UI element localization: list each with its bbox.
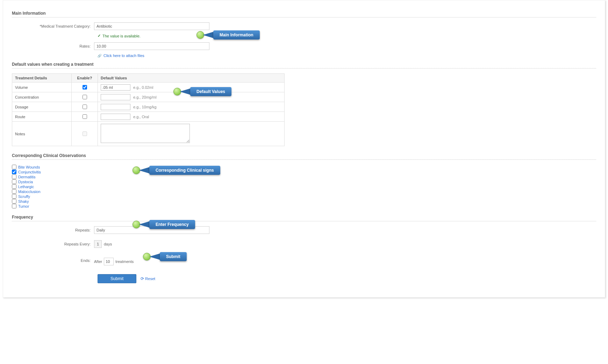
hint-text: e.g., 10mg/kg: [133, 105, 157, 109]
observation-checkbox[interactable]: [12, 204, 16, 208]
default-value-input[interactable]: [101, 94, 130, 100]
refresh-icon: [141, 276, 144, 281]
observation-checkbox[interactable]: [12, 194, 16, 199]
notes-textarea[interactable]: [101, 124, 190, 143]
observation-link[interactable]: Scruffy: [18, 194, 30, 199]
observation-link[interactable]: Shaky: [18, 199, 29, 204]
th-details: Treatment Details: [12, 74, 72, 83]
section-title-defaults: Default values when creating a treatment: [12, 62, 596, 67]
observation-link[interactable]: Lethargic: [18, 185, 34, 189]
observation-link[interactable]: Bite Wounds: [18, 165, 40, 169]
ends-prefix: After: [94, 259, 102, 264]
observation-item: Lethargic: [12, 184, 596, 189]
repeats-every-label: Repeats Every:: [12, 242, 94, 246]
section-title-frequency: Frequency: [12, 215, 596, 220]
observation-item: Shaky: [12, 199, 596, 204]
category-label: *Medical Treatment Category:: [12, 24, 94, 28]
observation-checkbox[interactable]: [12, 179, 16, 184]
detail-label: Dosage: [12, 102, 72, 112]
observation-checkbox[interactable]: [12, 170, 16, 174]
table-row-notes: Notes: [12, 122, 285, 146]
ends-value-input[interactable]: [104, 258, 114, 265]
category-input[interactable]: [94, 22, 209, 30]
observation-item: Scruffy: [12, 194, 596, 199]
submit-button[interactable]: Submit: [98, 274, 136, 283]
check-icon: [98, 34, 101, 38]
hint-text: e.g., 0.02ml: [133, 85, 153, 90]
observation-item: Dermatitis: [12, 174, 596, 179]
enable-checkbox[interactable]: [83, 95, 87, 99]
section-title-main: Main Information: [12, 11, 596, 16]
detail-label: Volume: [12, 83, 72, 92]
table-row: Dosagee.g., 10mg/kg: [12, 102, 285, 112]
rates-label: Rates:: [12, 44, 94, 48]
reset-label: Reset: [145, 277, 155, 281]
section-title-observations: Corresponding Clinical Observations: [12, 153, 596, 158]
th-values: Default Values: [98, 74, 285, 83]
observation-checkbox[interactable]: [12, 199, 16, 204]
available-message: The value is available.: [102, 34, 141, 38]
enable-checkbox[interactable]: [83, 114, 87, 119]
observation-item: Dystocia: [12, 179, 596, 184]
table-row: Volumee.g., 0.02ml: [12, 83, 285, 92]
default-value-input[interactable]: [101, 104, 130, 110]
detail-label: Concentration: [12, 92, 72, 102]
hint-text: e.g., 20mg/ml: [133, 95, 157, 99]
divider: [12, 17, 596, 17]
observation-link[interactable]: Dermatitis: [18, 175, 36, 179]
divider: [12, 221, 596, 221]
observation-item: Bite Wounds: [12, 165, 596, 169]
enable-checkbox: [83, 131, 87, 136]
repeats-label: Repeats:: [12, 228, 94, 232]
rates-input[interactable]: [94, 42, 209, 50]
detail-label: Notes: [12, 122, 72, 146]
divider: [12, 68, 596, 69]
default-value-input[interactable]: [101, 114, 130, 120]
defaults-table: Treatment Details Enable? Default Values…: [12, 73, 285, 146]
divider: [12, 159, 596, 160]
repeats-every-input[interactable]: [94, 240, 102, 248]
observation-link[interactable]: Conjunctivitis: [18, 170, 41, 174]
th-enable: Enable?: [72, 74, 98, 83]
default-value-input[interactable]: [101, 84, 130, 91]
observations-list: Bite WoundsConjunctivitisDermatitisDysto…: [12, 165, 596, 208]
observation-checkbox[interactable]: [12, 174, 16, 179]
ends-label: Ends:: [12, 258, 94, 263]
repeats-input[interactable]: [94, 226, 209, 234]
attach-files-link[interactable]: Click here to attach files: [103, 53, 144, 58]
ends-suffix: treatments: [115, 259, 134, 264]
repeats-every-unit: days: [104, 242, 112, 246]
table-row: Routee.g., Oral: [12, 112, 285, 122]
table-row: Concentratione.g., 20mg/ml: [12, 92, 285, 102]
enable-checkbox[interactable]: [83, 105, 87, 109]
observation-item: Conjunctivitis: [12, 170, 596, 174]
observation-link[interactable]: Tumor: [18, 204, 29, 208]
observation-link[interactable]: Dystocia: [18, 180, 33, 184]
paperclip-icon: [98, 53, 102, 58]
observation-item: Malocclusion: [12, 189, 596, 194]
observation-checkbox[interactable]: [12, 165, 16, 169]
reset-link[interactable]: Reset: [141, 276, 155, 281]
detail-label: Route: [12, 112, 72, 122]
observation-checkbox[interactable]: [12, 189, 16, 194]
observation-checkbox[interactable]: [12, 184, 16, 189]
enable-checkbox[interactable]: [83, 85, 87, 90]
observation-item: Tumor: [12, 204, 596, 208]
hint-text: e.g., Oral: [133, 115, 149, 119]
observation-link[interactable]: Malocclusion: [18, 190, 41, 194]
